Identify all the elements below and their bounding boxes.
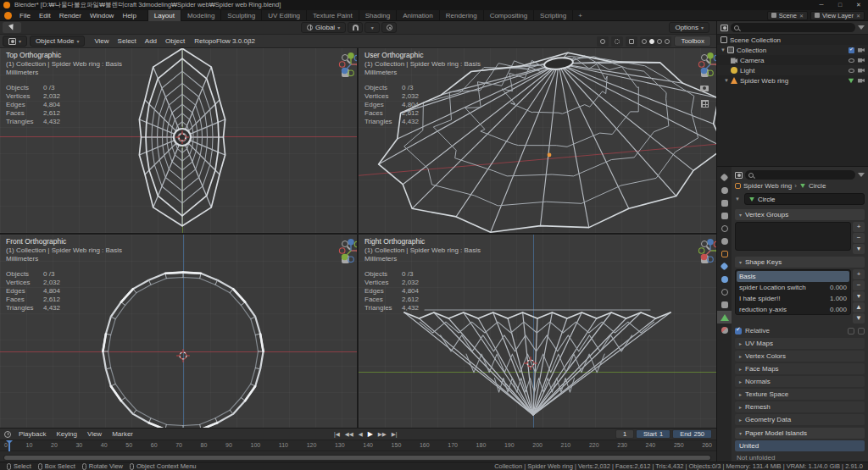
tab-constraints[interactable] <box>717 298 732 311</box>
viewport-visibility-icon[interactable] <box>849 69 854 73</box>
tab-render[interactable] <box>717 184 732 196</box>
frame-tick[interactable]: 120 <box>307 440 317 451</box>
frame-tick[interactable]: 50 <box>125 440 132 451</box>
tab-material[interactable] <box>717 323 732 336</box>
proportional-edit-button[interactable] <box>381 22 397 33</box>
frame-tick[interactable]: 130 <box>335 440 345 451</box>
filter-icon[interactable] <box>858 173 865 177</box>
add-workspace-button[interactable]: + <box>573 10 587 21</box>
frame-tick[interactable]: 70 <box>175 440 182 451</box>
frame-tick[interactable]: 90 <box>225 440 232 451</box>
list-button[interactable]: − <box>853 280 865 290</box>
transport-button[interactable]: ▶ <box>366 429 375 440</box>
relative-checkbox[interactable] <box>735 328 742 335</box>
scene-selector[interactable]: Scene <box>767 11 808 20</box>
expand-icon[interactable]: ▼ <box>724 78 731 83</box>
view-layer-selector[interactable]: View Layer <box>810 11 865 20</box>
frame-tick[interactable]: 140 <box>363 440 373 451</box>
tab-object[interactable] <box>717 247 732 260</box>
viewport-front[interactable]: Front Orthographic (1) Collection | Spid… <box>0 235 357 428</box>
expand-icon[interactable]: ▼ <box>735 196 742 202</box>
window-control-button[interactable]: ✕ <box>849 0 868 10</box>
frame-tick[interactable]: 190 <box>504 440 515 451</box>
list-button[interactable]: ▼ <box>853 313 865 323</box>
tab-particles[interactable] <box>717 273 732 285</box>
paper-island-item[interactable]: United <box>735 440 865 451</box>
timeline-menu-item[interactable]: Marker <box>107 429 138 440</box>
workspace-tab[interactable]: Scripting <box>534 10 573 21</box>
unlink-view-layer-icon[interactable] <box>856 12 860 19</box>
tab-output[interactable] <box>717 196 732 209</box>
viewport-menu-item[interactable]: View <box>90 35 113 48</box>
active-tool-button[interactable] <box>3 22 21 33</box>
tab-world[interactable] <box>717 235 732 247</box>
wireframe-shading-icon[interactable] <box>642 39 647 44</box>
frame-tick[interactable]: 260 <box>702 440 712 451</box>
list-button[interactable]: + <box>853 222 865 232</box>
list-button[interactable]: ▾ <box>853 244 865 254</box>
expand-icon[interactable]: ▼ <box>721 47 727 53</box>
frame-tick[interactable]: 180 <box>476 440 487 451</box>
solid-shading-icon[interactable] <box>649 39 654 44</box>
section-shape-keys[interactable]: Shape Keys <box>735 257 865 268</box>
outliner-editor-icon[interactable] <box>721 25 728 31</box>
snap-settings-dropdown[interactable]: ▾ <box>364 22 380 33</box>
material-shading-icon[interactable] <box>657 39 662 44</box>
outliner-search-input[interactable] <box>731 23 855 32</box>
workspace-tab[interactable]: Sculpting <box>221 10 262 21</box>
outliner-row-spider-web-ring[interactable]: ▼ Spider Web ring <box>717 75 868 86</box>
outliner-row-scene-collection[interactable]: Scene Collection <box>717 35 868 45</box>
frame-tick[interactable]: 220 <box>589 440 599 451</box>
timeline-menu-item[interactable]: Keying <box>51 429 81 440</box>
snap-toggle-button[interactable] <box>348 22 363 33</box>
viewport-visibility-icon[interactable] <box>849 58 854 63</box>
gizmos-toggle-icon[interactable] <box>597 36 609 47</box>
section-vertex-groups[interactable]: Vertex Groups <box>735 209 865 220</box>
tab-tool[interactable] <box>717 171 732 184</box>
shape-key-row[interactable]: spider Location switch 0.000 <box>737 282 849 293</box>
xray-toggle-icon[interactable] <box>626 36 637 47</box>
transport-button[interactable]: ◀ <box>357 429 364 440</box>
frame-tick[interactable]: 160 <box>420 440 430 451</box>
menu-item[interactable]: Window <box>86 10 118 21</box>
list-button[interactable]: ▲ <box>853 302 865 312</box>
workspace-tab[interactable]: Shading <box>359 10 397 21</box>
section-header[interactable]: Vertex Colors <box>735 351 865 362</box>
pin-icon[interactable] <box>848 328 854 335</box>
menu-item[interactable]: Help <box>118 10 140 21</box>
section-header[interactable]: Geometry Data <box>735 414 865 425</box>
workspace-tab[interactable]: Compositing <box>484 10 534 21</box>
workspace-tab[interactable]: Modeling <box>181 10 221 21</box>
list-button[interactable]: − <box>853 233 865 243</box>
frame-tick[interactable]: 20 <box>51 440 58 451</box>
playhead[interactable] <box>8 440 10 451</box>
render-visibility-icon[interactable] <box>858 58 865 63</box>
transport-button[interactable]: |◀ <box>332 429 342 440</box>
viewport-menu-item[interactable]: Add <box>141 35 161 48</box>
mesh-name-field[interactable]: Circle <box>744 193 865 205</box>
transport-button[interactable]: ▶| <box>390 429 399 440</box>
frame-tick[interactable]: 230 <box>617 440 627 451</box>
tab-object-data[interactable] <box>717 311 732 323</box>
frame-tick[interactable]: 100 <box>250 440 260 451</box>
render-visibility-icon[interactable] <box>858 48 865 53</box>
section-header[interactable]: Remesh <box>735 401 865 412</box>
tab-physics[interactable] <box>717 285 732 298</box>
render-visibility-icon[interactable] <box>858 79 865 83</box>
frame-tick[interactable]: 10 <box>26 440 33 451</box>
section-header[interactable]: Normals <box>735 376 865 387</box>
properties-editor-icon[interactable] <box>735 172 743 179</box>
section-header[interactable]: Face Maps <box>735 363 865 374</box>
menu-item[interactable]: File <box>15 10 35 21</box>
render-visibility-icon[interactable] <box>858 69 865 73</box>
mode-dropdown[interactable]: Object Mode <box>30 36 85 47</box>
menu-item[interactable]: Edit <box>35 10 55 21</box>
editor-type-dropdown[interactable] <box>3 36 27 47</box>
toolbox-button[interactable]: Toolbox <box>674 36 711 47</box>
list-button[interactable]: + <box>853 269 865 279</box>
ortho-grid-icon[interactable] <box>698 97 711 109</box>
frame-tick[interactable]: 60 <box>151 440 158 451</box>
frame-tick[interactable]: 40 <box>101 440 108 451</box>
workspace-tab[interactable]: Layout <box>147 10 181 21</box>
end-frame-field[interactable]: End 250 <box>672 429 712 439</box>
